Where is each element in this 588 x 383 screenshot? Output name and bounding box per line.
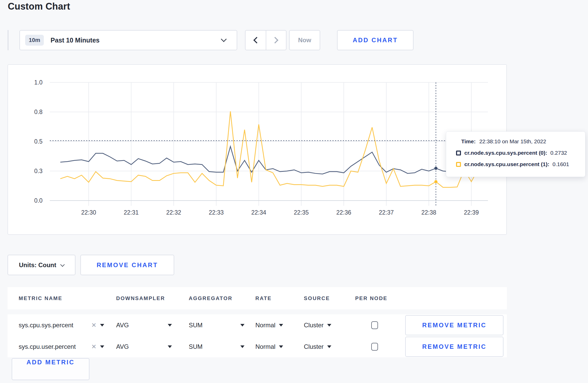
dropdown-caret-icon[interactable] [100,345,104,348]
metric-name-value: sys.cpu.user.percent [19,343,76,350]
chevron-right-icon [272,37,278,43]
svg-text:22:33: 22:33 [209,209,224,216]
dropdown-caret-icon [327,345,331,348]
rate-value: Normal [255,343,275,350]
add-metric-button[interactable]: ADD METRIC [12,358,89,380]
metric-name-select[interactable]: sys.cpu.user.percent ✕ [19,343,104,350]
svg-text:22:38: 22:38 [421,209,436,216]
time-nav-group [245,30,286,50]
tooltip-series-label: cr.node.sys.cpu.sys.percent (0): [464,150,547,156]
rate-select[interactable]: Normal [255,343,283,350]
rate-value: Normal [255,322,275,329]
table-row: sys.cpu.user.percent ✕ AVG SUM Normal Cl… [8,336,507,357]
now-button[interactable]: Now [289,30,320,50]
metric-name-select[interactable]: sys.cpu.sys.percent ✕ [19,322,104,329]
dropdown-caret-icon [279,324,283,327]
column-header-aggregator: AGGREGATOR [189,295,255,301]
aggregator-select[interactable]: SUM [189,322,244,329]
svg-text:0.3: 0.3 [34,168,43,174]
svg-text:22:30: 22:30 [81,209,96,216]
dropdown-caret-icon[interactable] [100,324,104,327]
svg-text:1.0: 1.0 [34,79,43,86]
series-swatch-icon [456,151,461,155]
time-window-selector[interactable]: 10m Past 10 Minutes [19,30,237,50]
downsampler-select[interactable]: AVG [116,322,172,329]
prev-time-button[interactable] [246,31,266,50]
tooltip-series-value: 0.2732 [550,150,567,156]
series-swatch-icon [456,162,461,167]
next-time-button[interactable] [266,31,286,50]
time-window-label: Past 10 Minutes [51,37,222,44]
tooltip-time-value: 22:38:10 on Mar 15th, 2022 [479,138,546,144]
units-selector[interactable]: Units: Count [8,255,75,275]
metrics-table-rows: sys.cpu.sys.percent ✕ AVG SUM Normal Clu… [8,314,507,357]
aggregator-value: SUM [189,343,202,350]
rate-select[interactable]: Normal [255,322,283,329]
svg-text:22:37: 22:37 [379,209,394,216]
column-header-metric-name: METRIC NAME [19,295,116,301]
chevron-down-icon [221,36,227,42]
svg-text:22:36: 22:36 [336,209,351,216]
remove-metric-button[interactable]: REMOVE METRIC [405,315,503,335]
chevron-down-icon [60,262,65,267]
column-header-source: SOURCE [304,295,355,301]
svg-text:22:34: 22:34 [251,209,266,216]
cpu-usage-chart[interactable]: 22:3022:3122:3222:3322:3422:3522:3622:37… [8,65,506,234]
time-window-badge: 10m [25,35,44,46]
dropdown-caret-icon [168,345,172,348]
dropdown-caret-icon [168,324,172,327]
svg-text:0.5: 0.5 [34,138,43,145]
column-header-downsampler: DOWNSAMPLER [116,295,189,301]
svg-text:0.0: 0.0 [34,197,43,204]
svg-text:22:32: 22:32 [166,209,181,216]
tooltip-series-row: cr.node.sys.cpu.sys.percent (0): 0.2732 [456,150,585,156]
tooltip-series-row: cr.node.sys.cpu.user.percent (1): 0.1601 [456,161,585,167]
page-title: Custom Chart [8,1,70,12]
tooltip-series-label: cr.node.sys.cpu.user.percent (1): [464,161,549,167]
metrics-table-header: METRIC NAME DOWNSAMPLER AGGREGATOR RATE … [8,287,507,309]
remove-metric-button[interactable]: REMOVE METRIC [405,337,503,357]
column-header-rate: RATE [255,295,304,301]
clear-metric-icon[interactable]: ✕ [89,322,100,329]
chart-card[interactable]: 22:3022:3122:3222:3322:3422:3522:3622:37… [8,64,507,235]
aggregator-value: SUM [189,322,202,329]
source-value: Cluster [304,322,324,329]
dropdown-caret-icon [240,345,244,348]
dropdown-caret-icon [327,324,331,327]
column-header-per-node: PER NODE [355,295,397,301]
tooltip-series-value: 0.1601 [552,161,569,167]
clear-metric-icon[interactable]: ✕ [89,343,100,350]
add-chart-button[interactable]: ADD CHART [337,30,414,50]
aggregator-select[interactable]: SUM [189,343,244,350]
units-label: Units: Count [19,261,56,269]
dropdown-caret-icon [240,324,244,327]
remove-chart-button[interactable]: REMOVE CHART [80,255,174,275]
table-row: sys.cpu.sys.percent ✕ AVG SUM Normal Clu… [8,314,507,336]
svg-text:0.8: 0.8 [34,109,43,115]
svg-text:22:31: 22:31 [124,209,139,216]
downsampler-value: AVG [116,322,129,329]
tooltip-time-row: Time:22:38:10 on Mar 15th, 2022 [461,138,585,145]
dropdown-caret-icon [279,345,283,348]
metric-name-value: sys.cpu.sys.percent [19,322,73,329]
svg-text:22:39: 22:39 [464,209,479,216]
downsampler-value: AVG [116,343,129,350]
tooltip-time-label: Time: [461,138,476,144]
toolbar-left-rule [8,30,8,50]
svg-text:22:35: 22:35 [294,209,309,216]
chevron-left-icon [253,37,260,43]
source-select[interactable]: Cluster [304,343,331,350]
chart-tooltip: Time:22:38:10 on Mar 15th, 2022 cr.node.… [446,131,585,177]
per-node-checkbox[interactable] [371,343,378,351]
per-node-checkbox[interactable] [371,321,378,329]
source-select[interactable]: Cluster [304,322,331,329]
downsampler-select[interactable]: AVG [116,343,172,350]
source-value: Cluster [304,343,324,350]
